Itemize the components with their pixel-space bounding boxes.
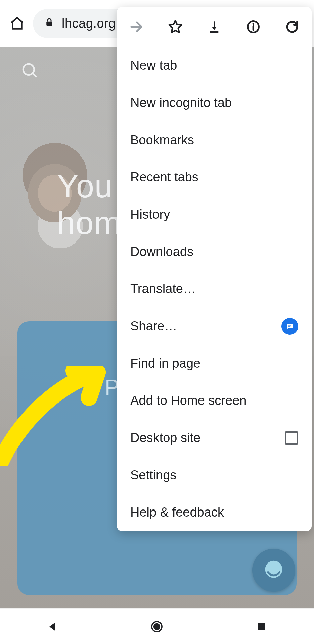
- menu-item-downloads[interactable]: Downloads: [117, 233, 312, 270]
- menu-item-desktop-site[interactable]: Desktop site: [117, 419, 312, 457]
- hero-headline: You hom: [57, 168, 121, 242]
- menu-item-label: New tab: [130, 58, 298, 73]
- desktop-site-checkbox[interactable]: [285, 431, 298, 445]
- info-button[interactable]: [244, 18, 262, 36]
- download-icon: [207, 20, 221, 34]
- menu-item-share[interactable]: Share…: [117, 308, 312, 345]
- android-navbar: [0, 608, 314, 644]
- menu-item-label: History: [130, 207, 298, 222]
- menu-item-bookmarks[interactable]: Bookmarks: [117, 121, 312, 159]
- menu-item-label: New incognito tab: [130, 96, 298, 110]
- menu-item-label: Desktop site: [130, 431, 285, 445]
- menu-item-add-to-home-screen[interactable]: Add to Home screen: [117, 382, 312, 419]
- menu-item-new-incognito-tab[interactable]: New incognito tab: [117, 84, 312, 121]
- menu-item-label: Recent tabs: [130, 170, 298, 184]
- menu-item-label: Find in page: [130, 356, 298, 371]
- back-triangle-icon: [46, 621, 58, 633]
- forward-button[interactable]: [127, 18, 145, 36]
- search-icon[interactable]: [21, 62, 40, 82]
- svg-point-1: [23, 64, 34, 75]
- svg-rect-7: [258, 623, 265, 630]
- menu-item-help-feedback[interactable]: Help & feedback: [117, 494, 312, 531]
- star-icon: [168, 19, 183, 34]
- home-icon: [9, 16, 25, 31]
- svg-point-6: [154, 624, 160, 629]
- svg-rect-0: [46, 21, 52, 26]
- menu-item-label: Settings: [130, 468, 298, 482]
- menu-item-label: Translate…: [130, 282, 298, 296]
- download-button[interactable]: [205, 18, 223, 36]
- home-circle-icon: [150, 620, 164, 633]
- menu-icon-row: [117, 7, 312, 47]
- reload-icon: [285, 19, 300, 34]
- menu-item-label: Add to Home screen: [130, 393, 298, 408]
- browser-overflow-menu: New tab New incognito tab Bookmarks Rece…: [117, 7, 312, 531]
- hero-line-1: You: [57, 168, 113, 204]
- bookmark-button[interactable]: [166, 18, 184, 36]
- menu-items-list: New tab New incognito tab Bookmarks Rece…: [117, 47, 312, 531]
- nav-recents-button[interactable]: [253, 618, 270, 635]
- menu-item-translate[interactable]: Translate…: [117, 270, 312, 308]
- menu-item-label: Downloads: [130, 245, 298, 259]
- square-icon: [256, 621, 267, 632]
- svg-rect-3: [210, 31, 219, 33]
- home-button[interactable]: [8, 14, 26, 33]
- menu-item-label: Help & feedback: [130, 505, 298, 520]
- menu-item-history[interactable]: History: [117, 196, 312, 233]
- menu-item-find-in-page[interactable]: Find in page: [117, 345, 312, 382]
- menu-item-settings[interactable]: Settings: [117, 457, 312, 494]
- menu-item-label: Bookmarks: [130, 133, 298, 147]
- lock-icon: [44, 16, 54, 31]
- menu-item-label: Share…: [130, 319, 281, 333]
- url-text: lhcag.org: [62, 16, 116, 31]
- hero-line-2: hom: [57, 205, 121, 241]
- chat-button[interactable]: [252, 549, 295, 592]
- chat-icon: [262, 559, 285, 582]
- nav-home-button[interactable]: [148, 618, 166, 635]
- reload-button[interactable]: [283, 18, 301, 36]
- info-icon: [246, 19, 261, 34]
- nav-back-button[interactable]: [44, 618, 61, 635]
- menu-item-recent-tabs[interactable]: Recent tabs: [117, 159, 312, 196]
- menu-item-new-tab[interactable]: New tab: [117, 47, 312, 84]
- forward-icon: [129, 19, 144, 34]
- share-app-icon: [281, 318, 298, 335]
